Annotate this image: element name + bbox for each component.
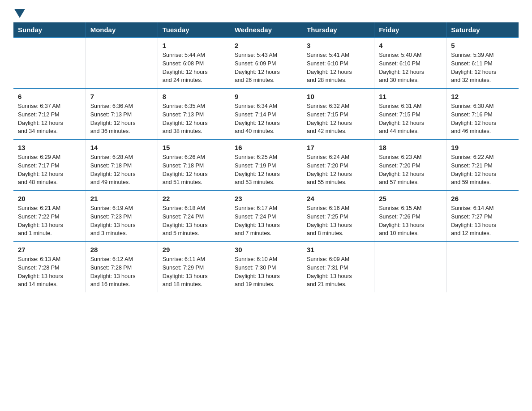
day-number: 26 — [451, 195, 514, 202]
calendar-cell: 16Sunrise: 6:25 AMSunset: 7:19 PMDayligh… — [230, 140, 302, 191]
calendar-cell: 19Sunrise: 6:22 AMSunset: 7:21 PMDayligh… — [446, 140, 519, 191]
calendar-cell: 4Sunrise: 5:40 AMSunset: 6:10 PMDaylight… — [374, 38, 446, 89]
day-info: Sunrise: 6:13 AMSunset: 7:28 PMDaylight:… — [18, 255, 81, 289]
day-info: Sunrise: 6:30 AMSunset: 7:16 PMDaylight:… — [451, 102, 514, 136]
calendar-week-3: 13Sunrise: 6:29 AMSunset: 7:17 PMDayligh… — [13, 140, 519, 191]
day-number: 6 — [18, 93, 81, 100]
day-number: 27 — [18, 246, 81, 253]
calendar-cell: 3Sunrise: 5:41 AMSunset: 6:10 PMDaylight… — [302, 38, 374, 89]
day-info: Sunrise: 6:25 AMSunset: 7:19 PMDaylight:… — [235, 153, 297, 187]
calendar-cell: 9Sunrise: 6:34 AMSunset: 7:14 PMDaylight… — [230, 89, 302, 140]
day-number: 31 — [307, 246, 369, 253]
header — [13, 9, 519, 18]
calendar-table: SundayMondayTuesdayWednesdayThursdayFrid… — [13, 22, 519, 292]
day-number: 25 — [379, 195, 442, 202]
calendar-cell — [446, 242, 519, 292]
day-info: Sunrise: 5:40 AMSunset: 6:10 PMDaylight:… — [379, 51, 442, 85]
calendar-cell: 25Sunrise: 6:15 AMSunset: 7:26 PMDayligh… — [374, 191, 446, 242]
day-info: Sunrise: 6:35 AMSunset: 7:13 PMDaylight:… — [163, 102, 225, 136]
day-info: Sunrise: 6:22 AMSunset: 7:21 PMDaylight:… — [451, 153, 514, 187]
calendar-cell: 8Sunrise: 6:35 AMSunset: 7:13 PMDaylight… — [158, 89, 230, 140]
day-number: 30 — [235, 246, 297, 253]
weekday-header-tuesday: Tuesday — [158, 22, 230, 38]
calendar-week-1: 1Sunrise: 5:44 AMSunset: 6:08 PMDaylight… — [13, 38, 519, 89]
weekday-header-friday: Friday — [374, 22, 446, 38]
day-info: Sunrise: 5:44 AMSunset: 6:08 PMDaylight:… — [163, 51, 225, 85]
day-number: 15 — [163, 144, 225, 151]
calendar-week-5: 27Sunrise: 6:13 AMSunset: 7:28 PMDayligh… — [13, 242, 519, 292]
day-info: Sunrise: 6:16 AMSunset: 7:25 PMDaylight:… — [307, 204, 369, 238]
day-info: Sunrise: 6:19 AMSunset: 7:23 PMDaylight:… — [90, 204, 153, 238]
calendar-cell: 11Sunrise: 6:31 AMSunset: 7:15 PMDayligh… — [374, 89, 446, 140]
day-info: Sunrise: 6:12 AMSunset: 7:28 PMDaylight:… — [90, 255, 153, 289]
calendar-cell: 14Sunrise: 6:28 AMSunset: 7:18 PMDayligh… — [86, 140, 158, 191]
calendar-cell — [13, 38, 86, 89]
calendar-cell: 10Sunrise: 6:32 AMSunset: 7:15 PMDayligh… — [302, 89, 374, 140]
day-info: Sunrise: 6:26 AMSunset: 7:18 PMDaylight:… — [163, 153, 225, 187]
calendar-cell: 15Sunrise: 6:26 AMSunset: 7:18 PMDayligh… — [158, 140, 230, 191]
calendar-cell: 28Sunrise: 6:12 AMSunset: 7:28 PMDayligh… — [86, 242, 158, 292]
day-info: Sunrise: 6:10 AMSunset: 7:30 PMDaylight:… — [235, 255, 297, 289]
calendar-cell: 17Sunrise: 6:24 AMSunset: 7:20 PMDayligh… — [302, 140, 374, 191]
calendar-cell: 24Sunrise: 6:16 AMSunset: 7:25 PMDayligh… — [302, 191, 374, 242]
calendar-cell: 2Sunrise: 5:43 AMSunset: 6:09 PMDaylight… — [230, 38, 302, 89]
day-number: 19 — [451, 144, 514, 151]
day-info: Sunrise: 5:39 AMSunset: 6:11 PMDaylight:… — [451, 51, 514, 85]
day-number: 9 — [235, 93, 297, 100]
day-number: 13 — [18, 144, 81, 151]
calendar-header: SundayMondayTuesdayWednesdayThursdayFrid… — [13, 22, 519, 38]
logo-area — [13, 9, 26, 18]
logo — [13, 9, 26, 18]
calendar-cell: 13Sunrise: 6:29 AMSunset: 7:17 PMDayligh… — [13, 140, 86, 191]
weekday-header-thursday: Thursday — [302, 22, 374, 38]
day-info: Sunrise: 6:17 AMSunset: 7:24 PMDaylight:… — [235, 204, 297, 238]
calendar-cell: 12Sunrise: 6:30 AMSunset: 7:16 PMDayligh… — [446, 89, 519, 140]
calendar-cell — [86, 38, 158, 89]
calendar-cell: 1Sunrise: 5:44 AMSunset: 6:08 PMDaylight… — [158, 38, 230, 89]
day-number: 18 — [379, 144, 442, 151]
day-info: Sunrise: 6:36 AMSunset: 7:13 PMDaylight:… — [90, 102, 153, 136]
calendar-cell: 29Sunrise: 6:11 AMSunset: 7:29 PMDayligh… — [158, 242, 230, 292]
calendar-week-4: 20Sunrise: 6:21 AMSunset: 7:22 PMDayligh… — [13, 191, 519, 242]
day-number: 12 — [451, 93, 514, 100]
day-info: Sunrise: 6:24 AMSunset: 7:20 PMDaylight:… — [307, 153, 369, 187]
day-number: 21 — [90, 195, 153, 202]
day-number: 3 — [307, 42, 369, 49]
day-info: Sunrise: 6:11 AMSunset: 7:29 PMDaylight:… — [163, 255, 225, 289]
calendar-cell: 6Sunrise: 6:37 AMSunset: 7:12 PMDaylight… — [13, 89, 86, 140]
day-number: 10 — [307, 93, 369, 100]
day-info: Sunrise: 5:43 AMSunset: 6:09 PMDaylight:… — [235, 51, 297, 85]
calendar-cell: 27Sunrise: 6:13 AMSunset: 7:28 PMDayligh… — [13, 242, 86, 292]
day-number: 29 — [163, 246, 225, 253]
day-info: Sunrise: 6:18 AMSunset: 7:24 PMDaylight:… — [163, 204, 225, 238]
day-info: Sunrise: 6:29 AMSunset: 7:17 PMDaylight:… — [18, 153, 81, 187]
calendar-cell: 5Sunrise: 5:39 AMSunset: 6:11 PMDaylight… — [446, 38, 519, 89]
day-info: Sunrise: 6:15 AMSunset: 7:26 PMDaylight:… — [379, 204, 442, 238]
calendar-cell: 20Sunrise: 6:21 AMSunset: 7:22 PMDayligh… — [13, 191, 86, 242]
weekday-header-sunday: Sunday — [13, 22, 86, 38]
day-number: 8 — [163, 93, 225, 100]
weekday-header-monday: Monday — [86, 22, 158, 38]
calendar-cell — [374, 242, 446, 292]
calendar-cell: 26Sunrise: 6:14 AMSunset: 7:27 PMDayligh… — [446, 191, 519, 242]
day-number: 22 — [163, 195, 225, 202]
day-info: Sunrise: 6:21 AMSunset: 7:22 PMDaylight:… — [18, 204, 81, 238]
day-number: 5 — [451, 42, 514, 49]
day-number: 28 — [90, 246, 153, 253]
day-info: Sunrise: 6:23 AMSunset: 7:20 PMDaylight:… — [379, 153, 442, 187]
weekday-header-saturday: Saturday — [446, 22, 519, 38]
calendar-cell: 30Sunrise: 6:10 AMSunset: 7:30 PMDayligh… — [230, 242, 302, 292]
day-number: 24 — [307, 195, 369, 202]
arrow-shape — [14, 9, 25, 18]
calendar-cell: 7Sunrise: 6:36 AMSunset: 7:13 PMDaylight… — [86, 89, 158, 140]
weekday-header-row: SundayMondayTuesdayWednesdayThursdayFrid… — [13, 22, 519, 38]
day-info: Sunrise: 6:14 AMSunset: 7:27 PMDaylight:… — [451, 204, 514, 238]
day-info: Sunrise: 6:32 AMSunset: 7:15 PMDaylight:… — [307, 102, 369, 136]
day-number: 4 — [379, 42, 442, 49]
day-info: Sunrise: 6:31 AMSunset: 7:15 PMDaylight:… — [379, 102, 442, 136]
calendar-cell: 21Sunrise: 6:19 AMSunset: 7:23 PMDayligh… — [86, 191, 158, 242]
calendar-cell: 18Sunrise: 6:23 AMSunset: 7:20 PMDayligh… — [374, 140, 446, 191]
calendar-cell: 31Sunrise: 6:09 AMSunset: 7:31 PMDayligh… — [302, 242, 374, 292]
day-info: Sunrise: 6:34 AMSunset: 7:14 PMDaylight:… — [235, 102, 297, 136]
logo-arrow-icon — [14, 9, 25, 18]
